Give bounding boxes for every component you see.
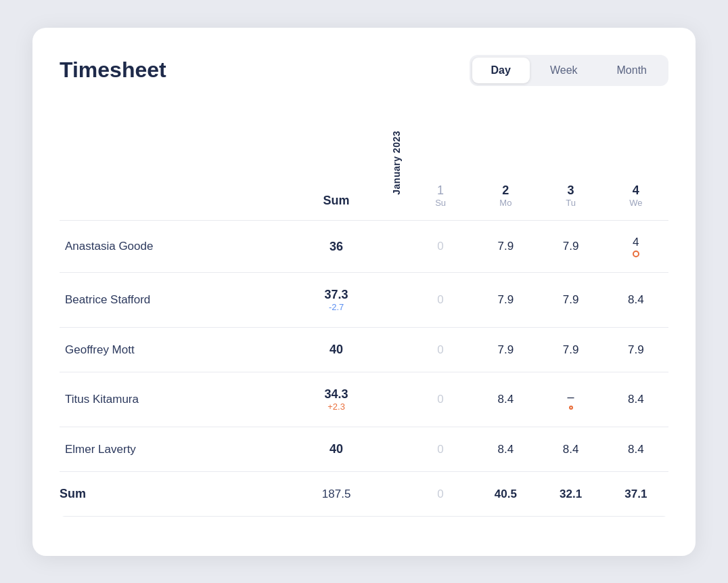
row-4-day-0: 0	[408, 427, 473, 472]
row-2-sum: 40	[288, 328, 385, 372]
col-day-3-header: 3 Tu	[538, 108, 603, 221]
row-0-day-3: 4	[604, 221, 668, 273]
col-name-header	[60, 108, 288, 221]
table-row: Elmer Laverty4008.48.48.4	[60, 427, 668, 472]
day-value: 8.4	[628, 443, 644, 456]
row-4-sum: 40	[288, 427, 385, 472]
row-4-day-1: 8.4	[473, 427, 538, 472]
row-3-sum: 34.3+2.3	[288, 372, 385, 427]
view-toggle: Day Week Month	[470, 55, 668, 86]
sum-value: 40	[329, 442, 343, 456]
row-4-day-3: 8.4	[604, 427, 668, 472]
day-value: 0	[437, 343, 443, 356]
sum-row-month-col	[385, 472, 408, 517]
row-0-day-1: 7.9	[473, 221, 538, 273]
table-row: Beatrice Stafford37.3-2.707.97.98.4	[60, 273, 668, 328]
sum-row-day-2: 32.1	[538, 472, 603, 517]
row-1-day-1: 7.9	[473, 273, 538, 328]
sum-row-day-1: 40.5	[473, 472, 538, 517]
row-2-day-3: 7.9	[604, 328, 668, 372]
table-row: Titus Kitamura34.3+2.308.4–8.4	[60, 372, 668, 427]
day-value: 7.9	[563, 343, 579, 356]
day-3-num: 3	[538, 183, 603, 198]
row-2-day-2: 7.9	[538, 328, 603, 372]
day-3-name: Tu	[538, 198, 603, 208]
col-day-4-header: 4 We	[604, 108, 668, 221]
row-0-sum: 36	[288, 221, 385, 273]
row-0-name: Anastasia Goode	[60, 221, 288, 273]
day-value: –	[568, 390, 574, 404]
col-day-1-header: 1 Su	[408, 108, 473, 221]
row-3-day-1: 8.4	[473, 372, 538, 427]
sum-row-total: 187.5	[288, 472, 385, 517]
toggle-day[interactable]: Day	[472, 58, 530, 83]
row-3-day-2: –	[538, 372, 603, 427]
table-header-row: Sum January 2023 1 Su 2 Mo 3	[60, 108, 668, 221]
row-1-sum: 37.3-2.7	[288, 273, 385, 328]
day-4-num: 4	[604, 183, 668, 198]
day-value: 7.9	[498, 293, 514, 306]
row-3-month-col	[385, 372, 408, 427]
sum-row-day-3: 37.1	[604, 472, 668, 517]
day-2-name: Mo	[473, 198, 538, 208]
day-value: 0	[437, 240, 443, 253]
sum-value: 37.3	[325, 288, 348, 301]
col-sum-header: Sum	[288, 108, 385, 221]
timesheet-table-wrapper: Sum January 2023 1 Su 2 Mo 3	[60, 108, 668, 517]
sum-value: 36	[329, 240, 343, 253]
day-value: 7.9	[563, 240, 579, 253]
row-0-day-2: 7.9	[538, 221, 603, 273]
row-1-day-3: 8.4	[604, 273, 668, 328]
day-1-num: 1	[408, 183, 473, 198]
day-value: 8.4	[498, 393, 514, 406]
row-1-month-col	[385, 273, 408, 328]
sum-diff: +2.3	[288, 402, 385, 412]
day-value: 7.9	[563, 293, 579, 306]
month-label: January 2023	[391, 120, 402, 206]
col-month-header: January 2023	[385, 108, 408, 221]
day-value: 8.4	[628, 393, 644, 406]
row-3-day-0: 0	[408, 372, 473, 427]
sum-value: 34.3	[325, 387, 348, 401]
sum-value: 40	[329, 343, 343, 356]
row-2-day-1: 7.9	[473, 328, 538, 372]
row-4-name: Elmer Laverty	[60, 427, 288, 472]
row-1-day-0: 0	[408, 273, 473, 328]
day-value: 7.9	[628, 343, 644, 356]
day-value: 7.9	[498, 240, 514, 253]
row-0-month-col	[385, 221, 408, 273]
row-2-day-0: 0	[408, 328, 473, 372]
dot-indicator	[569, 406, 573, 410]
day-value: 0	[437, 293, 443, 306]
day-value: 4	[633, 236, 639, 249]
row-3-name: Titus Kitamura	[60, 372, 288, 427]
day-value: 0	[437, 443, 443, 456]
table-row: Geoffrey Mott4007.97.97.9	[60, 328, 668, 372]
row-3-day-3: 8.4	[604, 372, 668, 427]
day-value: 0	[437, 393, 443, 406]
page-title: Timesheet	[60, 58, 166, 83]
row-1-name: Beatrice Stafford	[60, 273, 288, 328]
row-2-name: Geoffrey Mott	[60, 328, 288, 372]
day-2-num: 2	[473, 183, 538, 198]
day-1-name: Su	[408, 198, 473, 208]
row-4-day-2: 8.4	[538, 427, 603, 472]
row-2-month-col	[385, 328, 408, 372]
sum-row-label: Sum	[60, 472, 288, 517]
day-value: 8.4	[628, 293, 644, 306]
timesheet-table: Sum January 2023 1 Su 2 Mo 3	[60, 108, 668, 517]
timesheet-card: Timesheet Day Week Month Sum January 202…	[32, 28, 696, 556]
table-row: Anastasia Goode3607.97.94	[60, 221, 668, 273]
sum-row-day-0: 0	[408, 472, 473, 517]
toggle-week[interactable]: Week	[531, 58, 597, 83]
row-0-day-0: 0	[408, 221, 473, 273]
sum-row: Sum187.5040.532.137.1	[60, 472, 668, 517]
row-4-month-col	[385, 427, 408, 472]
row-1-day-2: 7.9	[538, 273, 603, 328]
card-header: Timesheet Day Week Month	[60, 55, 668, 86]
toggle-month[interactable]: Month	[598, 58, 666, 83]
day-value: 8.4	[563, 443, 579, 456]
col-day-2-header: 2 Mo	[473, 108, 538, 221]
sum-diff: -2.7	[288, 302, 385, 312]
day-value: 8.4	[498, 443, 514, 456]
